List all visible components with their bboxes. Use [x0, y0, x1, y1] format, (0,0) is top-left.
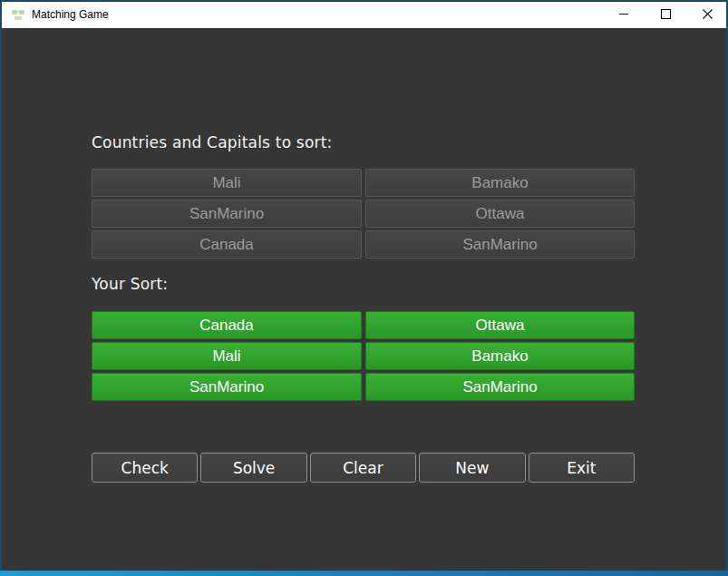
maximize-button[interactable]: [645, 0, 686, 28]
source-section-label: Countries and Capitals to sort:: [92, 133, 332, 151]
minimize-icon: [619, 14, 628, 15]
window-title: Matching Game: [32, 8, 109, 21]
source-country-button[interactable]: SanMarino: [92, 200, 362, 228]
source-country-button[interactable]: Canada: [92, 230, 362, 259]
source-capital-button[interactable]: Ottawa: [365, 200, 635, 228]
sort-capital-button[interactable]: Ottawa: [365, 311, 635, 339]
solve-button[interactable]: Solve: [200, 453, 306, 483]
matching-game-window: Matching Game Countries and Capitals to …: [0, 0, 728, 576]
sort-grid: Canada Ottawa Mali Bamako SanMarino SanM…: [92, 311, 635, 401]
source-country-button[interactable]: Mali: [92, 169, 362, 197]
close-button[interactable]: [686, 0, 728, 28]
app-icon: [11, 7, 25, 22]
maximize-icon: [661, 9, 671, 19]
sort-capital-button[interactable]: SanMarino: [365, 373, 635, 401]
sort-section-label: Your Sort:: [92, 275, 168, 293]
sort-country-button[interactable]: Canada: [92, 311, 362, 339]
source-grid: Mali Bamako SanMarino Ottawa Canada SanM…: [92, 169, 635, 259]
window-controls: [603, 0, 728, 28]
source-capital-button[interactable]: SanMarino: [365, 230, 635, 259]
exit-button[interactable]: Exit: [529, 453, 635, 483]
check-button[interactable]: Check: [92, 453, 198, 483]
minimize-button[interactable]: [603, 0, 645, 28]
taskbar-strip: [0, 571, 728, 576]
titlebar: Matching Game: [0, 0, 728, 28]
source-capital-button[interactable]: Bamako: [365, 169, 635, 197]
action-bar: Check Solve Clear New Exit: [92, 453, 635, 483]
clear-button[interactable]: Clear: [310, 453, 416, 483]
new-button[interactable]: New: [419, 453, 525, 483]
sort-country-button[interactable]: SanMarino: [92, 373, 362, 401]
sort-country-button[interactable]: Mali: [92, 342, 362, 370]
sort-capital-button[interactable]: Bamako: [365, 342, 635, 370]
close-icon: [703, 9, 713, 19]
